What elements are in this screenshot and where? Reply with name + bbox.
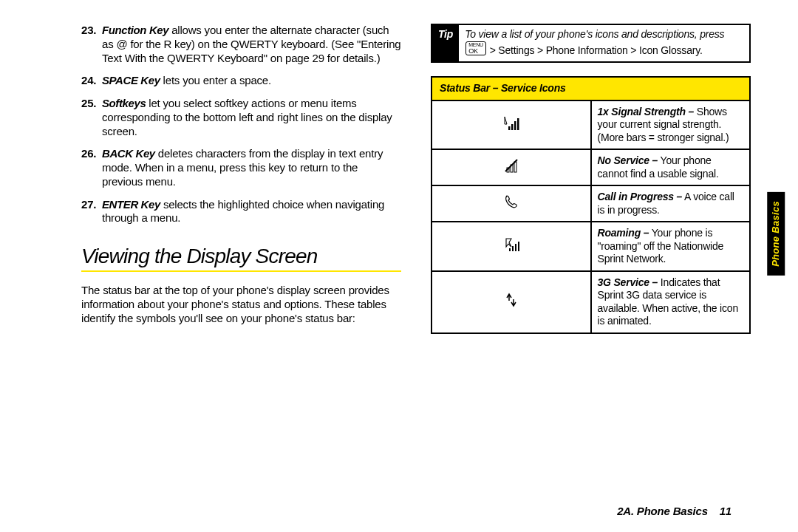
- footer-section: 2A. Phone Basics: [617, 505, 708, 517]
- table-cell: 3G Service – Indicates that Sprint 3G da…: [591, 271, 751, 333]
- row-term: Call in Progress –: [598, 191, 683, 202]
- key-term: BACK Key: [102, 147, 155, 160]
- row-term: Roaming –: [598, 227, 649, 239]
- table-cell: No Service – Your phone cannot find a us…: [591, 149, 751, 185]
- list-item: SPACE Key lets you enter a space.: [81, 74, 401, 88]
- page: Function Key allows you enter the altern…: [0, 0, 798, 532]
- key-term: Softkeys: [102, 97, 146, 109]
- row-term: 3G Service –: [598, 276, 658, 288]
- key-term: SPACE Key: [102, 74, 160, 86]
- list-item: BACK Key deletes characters from the dis…: [81, 147, 401, 188]
- three-g-service-icon: [432, 271, 591, 333]
- svg-rect-2: [514, 121, 516, 130]
- list-item: ENTER Key selects the highlighted choice…: [81, 198, 401, 226]
- table-cell: Roaming – Your phone is "roaming" off th…: [591, 222, 751, 271]
- row-term: No Service –: [598, 154, 658, 166]
- svg-rect-0: [508, 126, 511, 130]
- right-column: Tip To view a list of your phone's icons…: [431, 24, 751, 335]
- section-paragraph: The status bar at the top of your phone'…: [81, 284, 401, 325]
- svg-rect-9: [512, 246, 514, 251]
- tip-label: Tip: [432, 25, 459, 61]
- svg-rect-11: [518, 242, 519, 251]
- no-service-icon: [432, 149, 591, 185]
- left-column: Function Key allows you enter the altern…: [81, 24, 401, 335]
- table-row: Call in Progress – A voice call is in pr…: [432, 185, 750, 222]
- list-item: Function Key allows you enter the altern…: [81, 24, 401, 65]
- table-row: 3G Service – Indicates that Sprint 3G da…: [432, 271, 750, 333]
- footer-page-number: 11: [720, 505, 732, 517]
- svg-rect-1: [511, 124, 514, 130]
- signal-strength-icon: [432, 100, 591, 150]
- key-desc: lets you enter a space.: [160, 74, 271, 86]
- tip-body: To view a list of your phone's icons and…: [459, 25, 749, 61]
- section-heading: Viewing the Display Screen: [81, 243, 401, 269]
- tip-body-start: To view a list of your phone's icons and…: [465, 28, 724, 40]
- roaming-icon: [432, 222, 591, 271]
- svg-rect-6: [514, 162, 516, 172]
- table-row: Roaming – Your phone is "roaming" off th…: [432, 222, 750, 271]
- svg-rect-10: [515, 244, 516, 251]
- table-cell: 1x Signal Strength – Shows your current …: [591, 100, 751, 150]
- row-term: 1x Signal Strength –: [598, 106, 695, 117]
- heading-rule: [81, 270, 401, 272]
- tip-body-path: > Settings > Phone Information > Icon Gl…: [487, 44, 703, 56]
- side-tab: Phone Basics: [767, 192, 785, 276]
- call-in-progress-icon: [432, 185, 591, 222]
- page-footer: 2A. Phone Basics 11: [617, 505, 732, 519]
- numbered-key-list: Function Key allows you enter the altern…: [81, 24, 401, 225]
- key-desc: let you select softkey actions or menu i…: [102, 97, 392, 137]
- table-row: 1x Signal Strength – Shows your current …: [432, 100, 750, 150]
- menu-ok-key-icon: MENUOK: [466, 41, 486, 56]
- svg-rect-8: [509, 248, 511, 251]
- svg-line-7: [505, 160, 517, 171]
- key-term: ENTER Key: [102, 198, 160, 211]
- svg-rect-3: [517, 118, 519, 130]
- tip-box: Tip To view a list of your phone's icons…: [431, 24, 751, 63]
- table-header: Status Bar – Service Icons: [432, 77, 750, 100]
- table-cell: Call in Progress – A voice call is in pr…: [591, 185, 751, 222]
- two-column-layout: Function Key allows you enter the altern…: [81, 24, 751, 335]
- table-row: No Service – Your phone cannot find a us…: [432, 149, 750, 185]
- list-item: Softkeys let you select softkey actions …: [81, 97, 401, 138]
- status-bar-table: Status Bar – Service Icons 1x Signal Str…: [431, 76, 751, 334]
- key-term: Function Key: [102, 24, 168, 36]
